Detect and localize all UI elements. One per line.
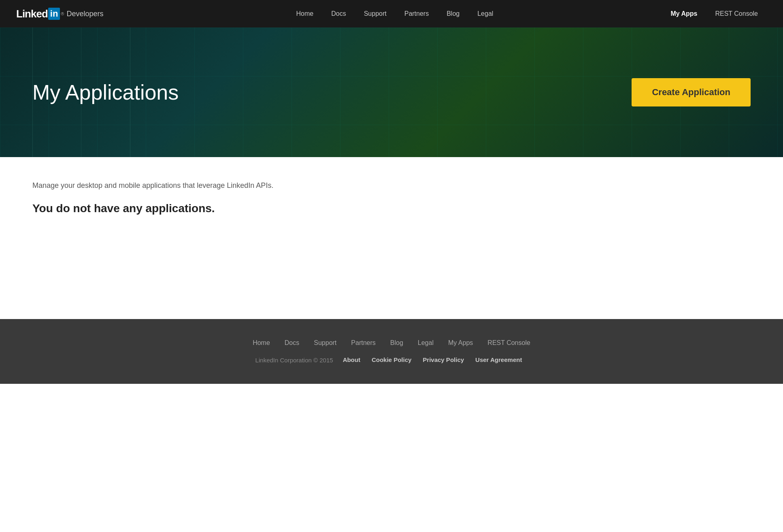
logo-registered: ® [61, 11, 64, 16]
nav-links: Home Docs Support Partners Blog Legal [128, 0, 662, 28]
no-apps-message: You do not have any applications. [32, 202, 751, 215]
footer-about[interactable]: About [337, 356, 366, 363]
footer-legal[interactable]: Legal [411, 339, 441, 346]
footer-blog[interactable]: Blog [383, 339, 411, 346]
footer-legal-links: About Cookie Policy Privacy Policy User … [337, 356, 528, 364]
footer-privacy-policy[interactable]: Privacy Policy [417, 356, 470, 363]
linkedin-logo: Linked in ® [16, 8, 64, 20]
footer-my-apps[interactable]: My Apps [441, 339, 480, 346]
footer-nav: Home Docs Support Partners Blog Legal My… [8, 339, 775, 347]
footer: Home Docs Support Partners Blog Legal My… [0, 319, 783, 384]
nav-home[interactable]: Home [287, 0, 323, 28]
footer-user-agreement[interactable]: User Agreement [470, 356, 528, 363]
page-title: My Applications [32, 80, 179, 104]
manage-description: Manage your desktop and mobile applicati… [32, 181, 751, 190]
nav-blog[interactable]: Blog [438, 0, 468, 28]
footer-partners[interactable]: Partners [344, 339, 383, 346]
footer-bottom: LinkedIn Corporation © 2015 About Cookie… [8, 356, 775, 364]
nav-legal[interactable]: Legal [468, 0, 502, 28]
logo-in-box: in [48, 8, 60, 20]
nav-partners[interactable]: Partners [396, 0, 438, 28]
logo-linked-text: Linked [16, 8, 48, 20]
main-nav: Linked in ® Developers Home Docs Support… [0, 0, 783, 28]
hero-section: My Applications Create Application [0, 28, 783, 157]
footer-rest-console[interactable]: REST Console [480, 339, 538, 346]
nav-rest-console[interactable]: REST Console [706, 0, 767, 28]
nav-docs[interactable]: Docs [322, 0, 355, 28]
nav-support[interactable]: Support [355, 0, 396, 28]
developers-label: Developers [66, 10, 103, 18]
nav-my-apps[interactable]: My Apps [662, 0, 706, 28]
footer-docs[interactable]: Docs [277, 339, 306, 346]
logo-link[interactable]: Linked in ® Developers [16, 8, 104, 20]
footer-copyright: LinkedIn Corporation © 2015 [255, 357, 333, 364]
create-application-button[interactable]: Create Application [632, 78, 751, 106]
nav-right: My Apps REST Console [662, 0, 767, 28]
main-content: Manage your desktop and mobile applicati… [0, 157, 783, 319]
footer-home[interactable]: Home [245, 339, 277, 346]
footer-cookie-policy[interactable]: Cookie Policy [366, 356, 417, 363]
footer-support[interactable]: Support [306, 339, 344, 346]
